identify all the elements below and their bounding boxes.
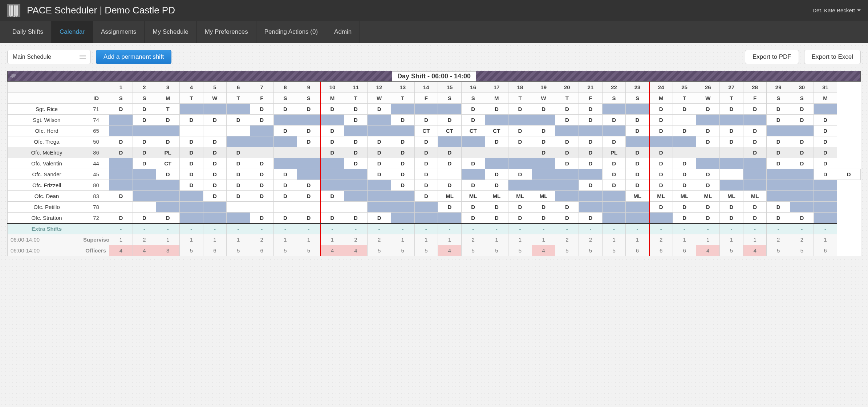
extra-cell[interactable]: - — [391, 223, 414, 234]
summary-cell[interactable]: 2 — [461, 234, 485, 245]
shift-cell[interactable]: D — [273, 191, 297, 202]
shift-cell[interactable]: D — [626, 115, 649, 126]
shift-cell-blank[interactable] — [743, 169, 767, 180]
summary-cell[interactable]: 1 — [227, 234, 250, 245]
shift-cell[interactable]: D — [344, 213, 368, 223]
extra-cell[interactable]: - — [720, 223, 743, 234]
shift-cell[interactable]: SUS — [250, 202, 273, 213]
shift-cell-blank[interactable] — [602, 104, 626, 115]
shift-cell[interactable]: D — [508, 136, 532, 147]
shift-cell[interactable]: D — [814, 126, 837, 136]
summary-cell[interactable]: 5 — [485, 245, 508, 256]
day-header[interactable]: 16 — [461, 82, 485, 93]
shift-cell[interactable]: D — [227, 169, 250, 180]
shift-cell[interactable]: ML — [626, 191, 649, 202]
shift-cell[interactable]: D — [626, 147, 649, 158]
summary-cell[interactable]: 5 — [508, 245, 532, 256]
shift-cell[interactable]: D — [297, 180, 321, 191]
shift-cell-blank[interactable] — [391, 213, 414, 223]
shift-cell[interactable]: D — [485, 202, 508, 213]
day-header[interactable]: 2 — [133, 82, 156, 93]
person-name[interactable]: Ofc. Stratton — [8, 213, 83, 223]
shift-cell[interactable]: D — [743, 202, 767, 213]
shift-cell[interactable]: D — [555, 202, 579, 213]
shift-cell[interactable]: D — [368, 104, 391, 115]
shift-cell-blank[interactable] — [696, 158, 720, 169]
extra-cell[interactable]: - — [743, 223, 767, 234]
shift-cell-blank[interactable] — [203, 202, 227, 213]
export-pdf-button[interactable]: Export to PDF — [745, 50, 799, 64]
shift-cell-blank[interactable] — [461, 169, 485, 180]
shift-cell[interactable]: D — [250, 169, 273, 180]
shift-cell[interactable]: ML — [508, 191, 532, 202]
shift-cell[interactable]: D — [767, 158, 790, 169]
summary-cell[interactable]: 5 — [767, 245, 790, 256]
shift-cell-blank[interactable] — [133, 180, 156, 191]
shift-cell[interactable]: D — [344, 136, 368, 147]
shift-cell-blank[interactable] — [743, 180, 767, 191]
shift-cell-blank[interactable] — [109, 169, 133, 180]
shift-cell-blank[interactable] — [720, 158, 743, 169]
shift-cell[interactable]: D — [508, 169, 532, 180]
nav-item-my-preferences[interactable]: My Preferences — [197, 21, 256, 43]
day-header[interactable]: 29 — [767, 82, 790, 93]
shift-cell-blank[interactable] — [767, 180, 790, 191]
shift-cell[interactable]: D — [461, 115, 485, 126]
shift-cell-blank[interactable] — [109, 126, 133, 136]
shift-cell[interactable]: D — [790, 158, 814, 169]
user-menu[interactable]: Det. Kate Beckett — [812, 7, 861, 13]
summary-cell[interactable]: 4 — [696, 245, 720, 256]
summary-cell[interactable]: 5 — [414, 245, 438, 256]
shift-cell-blank[interactable] — [156, 180, 180, 191]
summary-cell[interactable]: 2 — [649, 234, 673, 245]
summary-cell[interactable]: 1 — [203, 234, 227, 245]
shift-cell-blank[interactable] — [320, 158, 344, 169]
shift-cell[interactable]: S — [227, 126, 250, 136]
extra-cell[interactable]: - — [461, 223, 485, 234]
shift-cell-blank[interactable] — [320, 180, 344, 191]
shift-cell[interactable]: D — [814, 158, 837, 169]
person-name[interactable]: Ofc. Dean — [8, 191, 83, 202]
shift-cell-blank[interactable] — [508, 180, 532, 191]
shift-cell-blank[interactable] — [767, 191, 790, 202]
shift-cell[interactable]: D — [649, 104, 673, 115]
shift-cell-blank[interactable] — [626, 202, 649, 213]
shift-cell[interactable]: D — [109, 213, 133, 223]
shift-cell[interactable]: D — [438, 158, 462, 169]
shift-cell-blank[interactable] — [133, 191, 156, 202]
shift-cell-blank[interactable] — [391, 202, 414, 213]
extra-cell[interactable]: - — [555, 223, 579, 234]
nav-item-assignments[interactable]: Assignments — [93, 21, 145, 43]
shift-cell[interactable]: D — [438, 180, 462, 191]
shift-cell[interactable]: D — [649, 126, 673, 136]
shift-cell[interactable]: D — [696, 202, 720, 213]
shift-cell-blank[interactable] — [414, 202, 438, 213]
shift-cell[interactable]: D — [414, 169, 438, 180]
shift-cell[interactable]: D — [720, 202, 743, 213]
shift-cell[interactable]: D — [743, 104, 767, 115]
shift-cell-blank[interactable] — [602, 126, 626, 136]
shift-cell-blank[interactable] — [485, 147, 508, 158]
day-header[interactable]: 15 — [438, 82, 462, 93]
shift-cell[interactable]: D — [720, 104, 743, 115]
shift-cell[interactable]: D — [532, 136, 555, 147]
shift-cell[interactable]: D — [508, 202, 532, 213]
shift-cell[interactable]: D — [532, 147, 555, 158]
shift-cell-blank[interactable] — [602, 202, 626, 213]
shift-cell-blank[interactable] — [368, 180, 391, 191]
app-logo[interactable]: PACE — [7, 4, 20, 17]
extra-cell[interactable]: - — [320, 223, 344, 234]
shift-cell[interactable]: ML — [696, 191, 720, 202]
shift-cell[interactable]: D — [156, 115, 180, 126]
shift-cell-blank[interactable] — [438, 136, 462, 147]
person-name[interactable]: Ofc. Frizzell — [8, 180, 83, 191]
person-name[interactable]: Ofc. Trega — [8, 136, 83, 147]
shift-cell-blank[interactable] — [156, 126, 180, 136]
shift-cell-blank[interactable] — [391, 191, 414, 202]
summary-cell[interactable]: 1 — [320, 234, 344, 245]
extra-cell[interactable]: - — [508, 223, 532, 234]
shift-cell-blank[interactable] — [626, 213, 649, 223]
shift-cell[interactable]: D — [485, 213, 508, 223]
shift-cell[interactable]: D — [391, 136, 414, 147]
day-header[interactable]: 31 — [814, 82, 837, 93]
